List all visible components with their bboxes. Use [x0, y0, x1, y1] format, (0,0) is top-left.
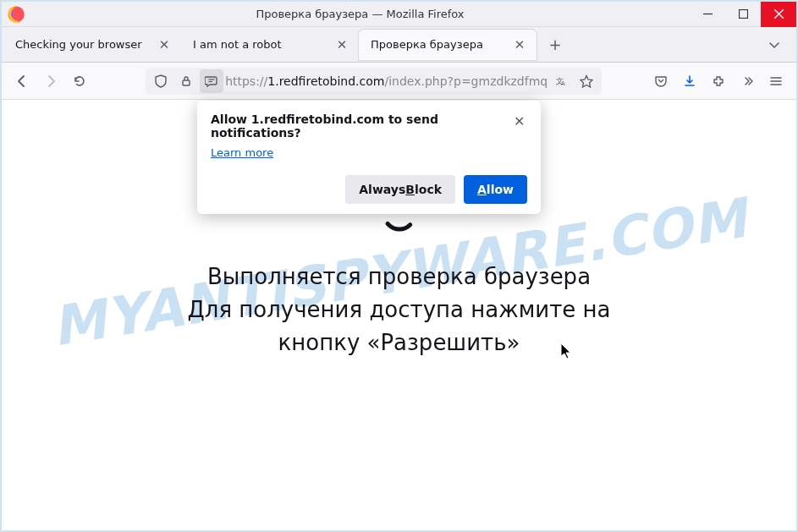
always-block-button[interactable]: Always Block: [345, 175, 455, 204]
tab-close-button[interactable]: ✕: [333, 36, 350, 53]
list-all-tabs-button[interactable]: [759, 30, 790, 60]
window-titlebar: Проверка браузера — Mozilla Firefox: [2, 2, 796, 27]
page-line-2: Для получения доступа нажмите на: [187, 293, 610, 326]
tab-label: I am not a robot: [193, 38, 328, 51]
page-line-3: кнопку «Разрешить»: [187, 326, 610, 359]
page-line-1: Выполняется проверка браузера: [187, 261, 610, 293]
bookmark-star-icon[interactable]: [575, 69, 598, 93]
extensions-icon[interactable]: [705, 68, 732, 95]
tab-close-button[interactable]: ✕: [511, 36, 528, 53]
lock-icon[interactable]: [174, 69, 198, 93]
new-tab-button[interactable]: +: [542, 31, 569, 58]
tab-label: Checking your browser: [15, 38, 151, 51]
back-button[interactable]: [8, 68, 36, 95]
allow-button[interactable]: Allow: [464, 175, 527, 204]
pocket-icon[interactable]: [647, 68, 674, 95]
translate-icon[interactable]: 文A: [549, 69, 573, 93]
notification-close-button[interactable]: ✕: [511, 112, 527, 129]
page-message: Выполняется проверка браузера Для получе…: [187, 261, 610, 359]
svg-rect-3: [739, 10, 747, 19]
close-button[interactable]: [761, 2, 796, 27]
permissions-icon[interactable]: [200, 69, 223, 93]
tab-checking-browser[interactable]: Checking your browser ✕: [3, 30, 181, 60]
page-content: MYANTISPYWARE.COM Выполняется проверка б…: [2, 100, 796, 530]
svg-rect-6: [183, 80, 190, 85]
tab-bar: Checking your browser ✕ I am not a robot…: [2, 27, 796, 63]
navigation-toolbar: https://1.redfiretobind.com/index.php?p=…: [2, 63, 796, 100]
svg-text:A: A: [561, 80, 565, 87]
window-title: Проверка браузера — Mozilla Firefox: [30, 8, 690, 20]
app-menu-icon[interactable]: [762, 68, 790, 95]
overflow-icon[interactable]: [734, 68, 761, 95]
maximize-button[interactable]: [725, 2, 761, 27]
window-controls: [690, 2, 796, 27]
downloads-icon[interactable]: [676, 68, 703, 95]
firefox-icon: [7, 5, 25, 24]
reload-button[interactable]: [66, 68, 93, 95]
tab-label: Проверка браузера: [371, 38, 506, 51]
notification-title: Allow 1.redfiretobind.com to send notifi…: [211, 112, 511, 140]
url-bar[interactable]: https://1.redfiretobind.com/index.php?p=…: [146, 68, 602, 95]
minimize-button[interactable]: [690, 2, 725, 27]
learn-more-link[interactable]: Learn more: [211, 146, 273, 159]
forward-button[interactable]: [37, 68, 64, 95]
url-text[interactable]: https://1.redfiretobind.com/index.php?p=…: [225, 74, 548, 88]
shield-icon[interactable]: [149, 69, 173, 93]
notification-permission-popup: Allow 1.redfiretobind.com to send notifi…: [197, 101, 541, 214]
tab-proverka[interactable]: Проверка браузера ✕: [359, 30, 537, 60]
tab-not-robot[interactable]: I am not a robot ✕: [181, 30, 359, 60]
tab-close-button[interactable]: ✕: [156, 36, 173, 53]
